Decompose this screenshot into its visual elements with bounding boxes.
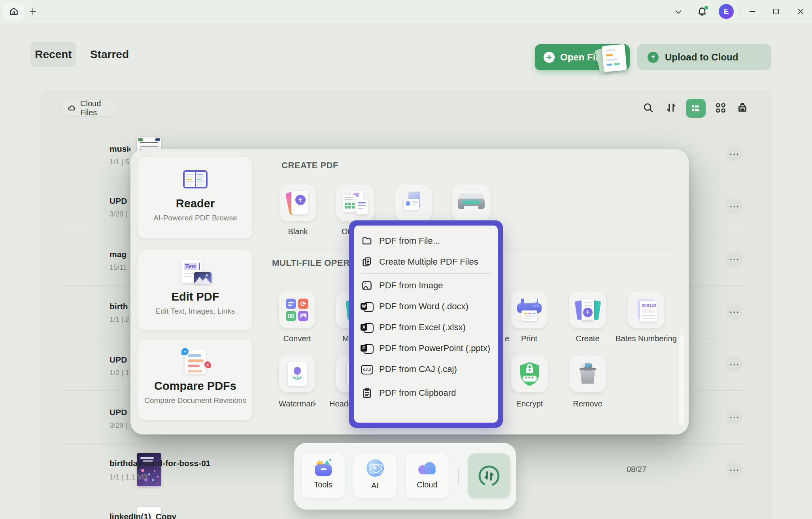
notification-dot — [704, 6, 708, 9]
upload-to-cloud-button[interactable]: Upload to Cloud — [637, 44, 771, 70]
tab-starred-label: Starred — [90, 48, 129, 61]
create-other-tile[interactable] — [336, 184, 374, 221]
compare-pdfs-card-subtitle: Compare Document Revisions — [144, 396, 246, 405]
row-more-button[interactable]: ⋯ — [726, 356, 742, 372]
file-title: UPD — [110, 196, 130, 206]
clean-broom-icon[interactable] — [736, 101, 749, 114]
dock-tools-label: Tools — [314, 480, 332, 489]
dock-cloud-button[interactable]: Cloud — [406, 453, 449, 498]
tab-recent-label: Recent — [35, 48, 72, 61]
new-tab-button[interactable] — [28, 6, 38, 17]
menu-item-pdf-from-file[interactable]: PDF from File... — [361, 230, 491, 251]
create-tile[interactable]: + — [569, 291, 606, 328]
file-docs-icon — [403, 192, 425, 214]
reader-book-icon — [180, 168, 211, 191]
word-icon: W — [361, 301, 373, 312]
create-pdf-heading: CREATE PDF — [281, 160, 338, 171]
convert-icon: ⟳ — [286, 299, 308, 321]
convert-tile[interactable]: ⟳ — [279, 291, 315, 328]
edit-pdf-card[interactable]: Text Edit PDF Edit Text, Images, Links — [138, 250, 252, 330]
menu-item-pdf-from-word[interactable]: W PDF from Word (.docx) — [361, 296, 491, 317]
menu-item-create-multiple[interactable]: Create Multiple PDF Files — [361, 251, 491, 272]
merge-tile-label: Me — [342, 334, 349, 343]
scanner-icon — [458, 194, 485, 212]
maximize-button[interactable] — [770, 6, 782, 17]
open-file-button[interactable]: Open File — [535, 44, 630, 70]
file-title: birth — [110, 302, 130, 311]
modal-scrollbar[interactable] — [679, 335, 684, 425]
file-title: birthday-card-for-boss-01 — [110, 459, 276, 468]
menu-item-pdf-from-image[interactable]: PDF from Image — [361, 275, 491, 296]
compare-pdfs-card[interactable]: + ✕ Compare PDFs Compare Document Revisi… — [138, 339, 252, 420]
list-view-button[interactable] — [686, 99, 706, 118]
row-more-button[interactable]: ⋯ — [726, 198, 742, 214]
window-title-bar: E — [0, 0, 812, 23]
folder-icon — [361, 235, 373, 246]
tab-starred[interactable]: Starred — [90, 42, 129, 67]
menu-item-pdf-from-powerpoint[interactable]: P PDF from PowerPoint (.pptx) — [361, 338, 491, 359]
search-icon[interactable] — [642, 101, 655, 115]
create-from-file-tile[interactable] — [395, 184, 432, 221]
create-from-scanner-tile[interactable] — [452, 184, 491, 221]
chevron-down-icon[interactable] — [673, 8, 684, 16]
row-more-button[interactable]: ⋯ — [726, 145, 742, 162]
encrypt-tile[interactable]: *** — [511, 355, 548, 392]
menu-item-pdf-from-caj[interactable]: CAJ PDF from CAJ (.caj) — [361, 359, 491, 380]
create-blank-tile[interactable]: + — [279, 184, 316, 221]
create-pdf-context-menu: PDF from File... Create Multiple PDF Fil… — [349, 220, 503, 428]
blank-tile-label: Blank — [279, 227, 316, 236]
file-meta: 3/29 | — [110, 210, 130, 218]
print-tile[interactable] — [511, 291, 548, 328]
print-tile-label: Print — [511, 334, 548, 343]
file-title: music-s — [110, 144, 130, 154]
cloud-icon — [67, 103, 77, 113]
upload-arrow-icon — [648, 52, 659, 63]
upload-to-cloud-label: Upload to Cloud — [665, 52, 738, 63]
dock-convert-sync-button[interactable] — [468, 453, 510, 498]
file-title: UPD — [110, 408, 130, 417]
remove-tile-label: Remove — [569, 399, 606, 408]
menu-item-pdf-from-excel[interactable]: X PDF from Excel (.xlsx) — [361, 317, 491, 338]
account-avatar[interactable]: E — [719, 4, 734, 19]
row-more-button[interactable]: ⋯ — [726, 303, 742, 320]
grid-view-icon[interactable] — [714, 101, 727, 115]
bates-numbering-icon: 000123 — [634, 298, 657, 322]
home-tab[interactable] — [3, 2, 25, 21]
row-more-button[interactable]: ⋯ — [726, 409, 742, 425]
ai-icon — [366, 459, 384, 477]
cloud-colored-icon — [417, 459, 437, 476]
reader-card[interactable]: Reader AI-Powered PDF Browse — [138, 157, 252, 239]
tab-recent[interactable]: Recent — [30, 42, 76, 67]
excel-icon: X — [361, 322, 373, 333]
watermark-tile[interactable] — [279, 355, 315, 392]
dock-ai-button[interactable]: AI — [353, 453, 397, 498]
hidden-tile-label-fragment: e — [505, 334, 510, 343]
file-title: linkedIn(1)_Copy — [110, 512, 276, 519]
list-view-icon — [690, 103, 701, 114]
dock-cloud-label: Cloud — [417, 480, 437, 489]
file-meta: 1/1 | 5 — [110, 158, 130, 166]
powerpoint-icon: P — [361, 343, 373, 354]
reader-card-subtitle: AI-Powered PDF Browse — [153, 214, 237, 222]
menu-item-pdf-from-clipboard[interactable]: PDF from Clipboard — [361, 382, 491, 403]
dock-divider — [458, 468, 459, 485]
sort-icon[interactable] — [665, 101, 678, 115]
dock-ai-label: AI — [371, 481, 379, 490]
cloud-files-button[interactable]: Cloud Files — [60, 100, 118, 117]
remove-tile[interactable] — [569, 355, 606, 392]
encrypt-tile-label: Encrypt — [511, 399, 548, 408]
close-button[interactable] — [795, 6, 806, 17]
remove-trash-icon — [577, 363, 599, 385]
minimize-button[interactable] — [746, 6, 758, 17]
row-more-button[interactable]: ⋯ — [726, 251, 742, 267]
file-meta: 15/11 — [110, 263, 130, 272]
dock-tools-button[interactable]: Tools — [302, 453, 345, 498]
bottom-dock: Tools AI Cloud — [294, 443, 516, 510]
clipboard-icon — [361, 387, 373, 399]
titlebar-divider — [740, 6, 740, 17]
row-more-button[interactable]: ⋯ — [726, 461, 742, 478]
tools-icon — [314, 459, 332, 476]
plus-circle-icon — [544, 52, 555, 63]
menu-divider — [361, 273, 491, 274]
bates-numbering-tile[interactable]: 000123 — [627, 291, 664, 328]
